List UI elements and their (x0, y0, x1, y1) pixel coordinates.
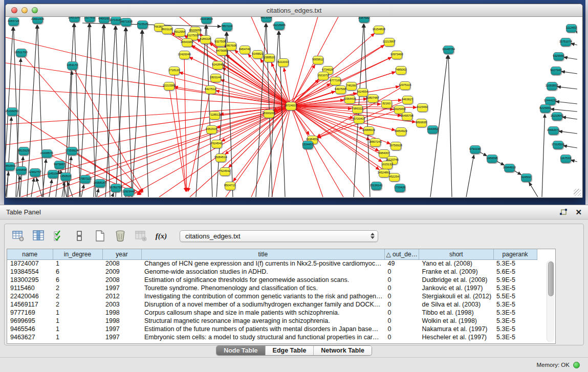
graph-node[interactable]: 12444152 (545, 97, 556, 105)
graph-node[interactable]: 924502 (521, 173, 532, 182)
graph-node[interactable]: 2803144 (210, 74, 221, 82)
table-row[interactable]: 1830029562008Estimation of significance … (7, 276, 537, 284)
graph-node[interactable]: 1640952 (427, 125, 438, 134)
graph-node[interactable]: 12923448 (123, 188, 134, 196)
graph-node[interactable]: 18300295 (264, 110, 274, 118)
close-panel-icon[interactable]: ✕ (575, 209, 582, 216)
table-selector-dropdown[interactable]: citations_edges.txt (180, 230, 378, 242)
float-window-icon[interactable] (559, 208, 568, 216)
graph-node[interactable]: 8813054 (261, 17, 272, 23)
table-row[interactable]: 969969511998Structural magnetic resonanc… (7, 317, 537, 325)
table-row[interactable]: 946362711997Embryonic stem cells: a mode… (7, 333, 537, 341)
memory-status-icon[interactable] (573, 362, 580, 368)
graph-node[interactable]: 3624554 (357, 88, 368, 97)
graph-node[interactable]: 9227343 (551, 67, 561, 75)
zoom-button[interactable] (32, 7, 38, 13)
table-scrollbar[interactable] (547, 260, 554, 342)
graph-node[interactable]: 7857224 (222, 23, 232, 31)
graph-node[interactable]: 16648784 (443, 46, 454, 54)
column-visibility-icon[interactable] (31, 229, 46, 243)
tab-edge-table[interactable]: Edge Table (266, 346, 314, 355)
create-column-icon[interactable] (93, 229, 107, 243)
close-button[interactable] (11, 7, 17, 13)
graph-node[interactable]: 15751074 (560, 38, 571, 47)
graph-node[interactable]: 17016504 (553, 141, 563, 149)
graph-node[interactable]: 452254 (389, 173, 400, 182)
graph-node[interactable]: 8215953 (540, 104, 551, 113)
graph-node[interactable]: 16495798 (402, 112, 412, 121)
graph-node[interactable]: 7128513 (209, 111, 220, 120)
graph-node[interactable]: 19218986 (274, 21, 285, 30)
graph-node[interactable]: 1615132 (382, 161, 393, 169)
function-builder-icon[interactable]: f(x) (154, 229, 168, 243)
graph-node[interactable]: 746266 (346, 82, 357, 91)
graph-node[interactable]: 19654923 (396, 127, 406, 136)
graph-node[interactable]: 12213389 (164, 82, 175, 91)
network-window-titlebar[interactable]: citations_edges.txt (6, 4, 582, 17)
graph-node[interactable]: 20691406 (32, 17, 43, 24)
graph-node[interactable]: 7485063 (396, 66, 406, 75)
table-row[interactable]: 946554611997Estimation of the future num… (7, 325, 537, 333)
graph-node[interactable]: 82160 (381, 100, 392, 108)
graph-node[interactable]: 19756928 (390, 142, 401, 150)
graph-node[interactable]: 15136141 (371, 182, 382, 190)
graph-node[interactable]: 8222033 (278, 58, 289, 67)
resize-grip-icon[interactable] (574, 189, 581, 196)
table-row[interactable]: 977716911998Corpus callosum shape and si… (7, 309, 537, 317)
graph-node[interactable]: 8815929 (18, 147, 29, 156)
graph-node[interactable]: 16944910 (504, 164, 515, 172)
column-header[interactable]: name (7, 249, 53, 259)
graph-node[interactable]: 7624540 (211, 140, 222, 148)
graph-node[interactable]: 1112453 (566, 24, 577, 33)
graph-node[interactable]: 9329966 (553, 52, 564, 61)
graph-node[interactable]: 8427512 (205, 85, 216, 94)
column-header[interactable]: in_degree (53, 249, 102, 259)
table-row[interactable]: 1938455462009Genome-wide association stu… (7, 268, 537, 276)
graph-node[interactable]: 10973493 (391, 51, 402, 59)
graph-node[interactable]: 20364436 (344, 95, 355, 104)
graph-node[interactable]: 9115460 (417, 103, 428, 112)
graph-node[interactable]: 7986322 (352, 105, 363, 114)
table-row[interactable]: 1456911722003Disruption of a novel membe… (7, 300, 537, 309)
graph-node[interactable]: 4055724 (8, 17, 19, 26)
graph-node[interactable]: 10807487 (367, 94, 378, 103)
graph-node[interactable]: 22420046 (179, 51, 190, 59)
graph-node[interactable]: 1053170 (67, 61, 78, 70)
graph-node[interactable]: 10688609 (363, 126, 374, 135)
column-header[interactable]: year (102, 249, 141, 259)
graph-node[interactable]: 25206050 (7, 107, 17, 116)
table-scrollbar-thumb[interactable] (548, 261, 554, 296)
graph-node[interactable]: 9352915 (206, 125, 217, 134)
graph-node[interactable]: 8504713 (225, 182, 235, 190)
column-header[interactable]: △ out_de… (385, 249, 419, 259)
table-mode-icon[interactable] (11, 229, 25, 243)
graph-node[interactable]: 9955812 (313, 56, 323, 64)
graph-node[interactable]: 15720407 (354, 115, 364, 124)
table-rows-icon[interactable] (72, 229, 86, 243)
graph-node[interactable]: 17359924 (67, 147, 77, 156)
graph-node[interactable]: 1989598 (487, 155, 497, 163)
tab-network-table[interactable]: Network Table (314, 346, 372, 355)
network-canvas[interactable]: 4055724206914061065328715276026466160107… (6, 17, 582, 198)
graph-node[interactable]: 9899695 (416, 119, 427, 127)
graph-node[interactable]: 6790194 (470, 145, 481, 154)
graph-node[interactable]: 15692071 (548, 126, 559, 135)
graph-node[interactable]: 16033809 (201, 17, 212, 24)
delete-table-icon[interactable] (134, 229, 148, 243)
graph-node[interactable]: 1167533 (560, 155, 571, 163)
graph-node[interactable]: 8475685 (216, 47, 227, 56)
graph-node[interactable]: 16210643 (552, 112, 562, 121)
column-header[interactable]: title (141, 249, 385, 259)
graph-node[interactable]: 9242848 (212, 61, 223, 70)
graph-node[interactable]: 18724007 (286, 102, 296, 111)
minimize-button[interactable] (21, 7, 28, 13)
graph-node[interactable]: 2718120 (169, 67, 180, 75)
delete-column-icon[interactable] (113, 229, 127, 243)
graph-node[interactable]: 12093832 (547, 82, 557, 91)
column-header[interactable]: short (419, 249, 494, 259)
table-row[interactable]: 2242004622012Investigating the contribut… (7, 292, 537, 300)
table-row[interactable]: 911546021997Tourette syndrome. Phenomeno… (7, 284, 537, 292)
graph-node[interactable]: 7524542 (220, 167, 230, 176)
node-table-grid[interactable]: namein_degreeyeartitle△ out_de…shortpage… (7, 249, 537, 341)
column-header[interactable]: pagerank (493, 249, 537, 259)
